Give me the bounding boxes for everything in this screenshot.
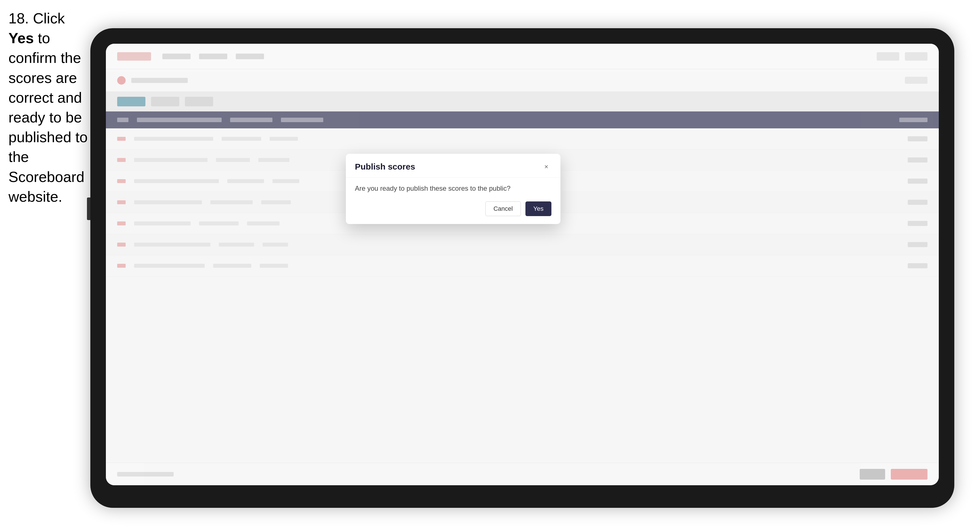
td-score: [908, 242, 928, 247]
td-col2: [219, 243, 254, 246]
sub-header-right-btn: [905, 77, 928, 84]
tablet-frame: Publish scores × Are you ready to publis…: [90, 28, 954, 508]
sub-header-text: [131, 78, 188, 83]
td-score: [908, 221, 928, 226]
td-score: [908, 179, 928, 184]
modal-actions: Cancel Yes: [355, 202, 551, 216]
td-col3: [270, 137, 298, 141]
td-rank: [117, 243, 126, 246]
sub-header-icon: [117, 76, 126, 85]
td-rank: [117, 200, 126, 204]
nav-link-2: [199, 54, 227, 59]
nav-logo: [117, 52, 151, 61]
th-rank: [117, 117, 129, 122]
instruction-after-bold: to confirm the scores are correct and re…: [8, 30, 88, 205]
td-col3: [258, 158, 290, 162]
td-col3: [262, 243, 288, 246]
td-col3: [272, 179, 299, 183]
td-rank: [117, 158, 126, 162]
instruction-text: 18. Click Yes to confirm the scores are …: [8, 8, 90, 206]
table-row: [106, 129, 939, 149]
table-row: [106, 234, 939, 255]
cancel-button[interactable]: Cancel: [485, 202, 521, 216]
modal-header: Publish scores ×: [346, 154, 560, 178]
nav-link-3: [236, 54, 264, 59]
toolbar-btn-2: [185, 97, 213, 106]
td-rank: [117, 137, 126, 141]
td-col2: [210, 200, 253, 204]
td-name: [134, 221, 191, 225]
instruction-before-bold: Click: [29, 10, 65, 27]
modal-message: Are you ready to publish these scores to…: [355, 184, 551, 192]
table-row: [106, 255, 939, 276]
td-score: [908, 200, 928, 205]
td-name: [134, 243, 210, 246]
th-name: [137, 117, 222, 122]
td-col2: [216, 158, 250, 162]
table-header: [106, 111, 939, 129]
td-name: [134, 264, 205, 268]
th-col3: [281, 117, 323, 122]
th-col2: [230, 117, 272, 122]
toolbar-btn-1: [151, 97, 179, 106]
bottom-bar-text: [117, 472, 173, 476]
modal-close-button[interactable]: ×: [541, 162, 551, 172]
td-score: [908, 136, 928, 141]
td-col3: [260, 264, 288, 268]
td-score: [908, 157, 928, 162]
td-col3: [247, 221, 280, 225]
publish-button-bg: [891, 469, 928, 479]
bottom-bar-actions: [860, 469, 928, 479]
td-name: [134, 137, 213, 141]
toolbar-btn-active: [117, 97, 145, 106]
td-col2: [222, 137, 261, 141]
nav-link-1: [162, 54, 191, 59]
modal-title: Publish scores: [355, 162, 415, 171]
td-col2: [213, 264, 251, 268]
td-name: [134, 200, 202, 204]
top-nav: [106, 44, 939, 69]
nav-links: [162, 54, 264, 59]
td-col2: [227, 179, 264, 183]
td-col2: [199, 221, 239, 225]
nav-right: [877, 52, 928, 61]
td-rank: [117, 221, 126, 225]
th-score: [899, 117, 928, 122]
tablet-screen: Publish scores × Are you ready to publis…: [106, 44, 939, 485]
yes-button[interactable]: Yes: [525, 202, 551, 216]
td-col3: [261, 200, 291, 204]
td-name: [134, 179, 219, 183]
nav-btn-2: [905, 52, 928, 61]
toolbar: [106, 92, 939, 111]
modal-body: Are you ready to publish these scores to…: [346, 178, 560, 224]
td-name: [134, 158, 207, 162]
bottom-bar: [106, 463, 939, 485]
td-score: [908, 263, 928, 268]
back-button-bg: [860, 469, 885, 479]
instruction-bold: Yes: [8, 30, 34, 46]
publish-scores-modal: Publish scores × Are you ready to publis…: [346, 154, 560, 224]
nav-btn-1: [877, 52, 899, 61]
step-number: 18.: [8, 10, 29, 27]
td-rank: [117, 264, 126, 268]
td-rank: [117, 179, 126, 183]
sub-header: [106, 69, 939, 92]
